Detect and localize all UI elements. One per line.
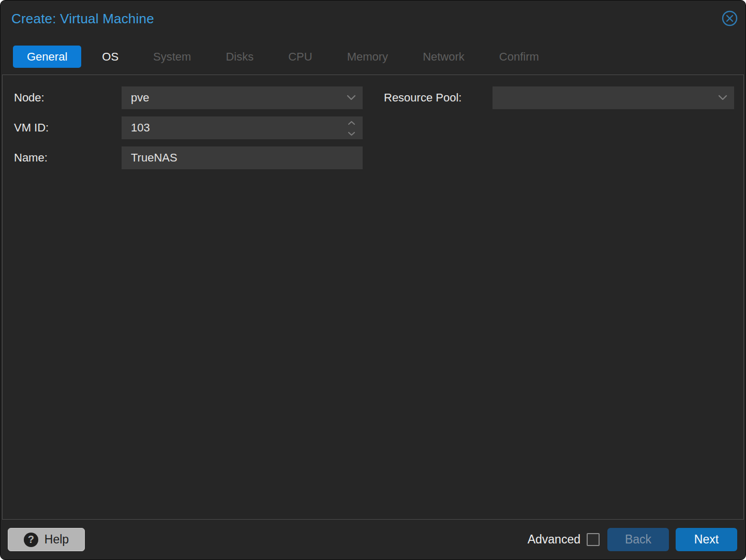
advanced-label: Advanced — [528, 533, 580, 547]
general-tab-panel: Node: Resource Pool: VM ID: — [2, 75, 744, 520]
name-label: Name: — [14, 146, 48, 169]
chevron-down-icon — [347, 93, 356, 102]
close-button[interactable] — [722, 11, 738, 27]
help-button-label: Help — [44, 533, 69, 547]
tab-memory: Memory — [333, 46, 402, 68]
wizard-tabbar: General OS System Disks CPU Memory Netwo… — [13, 46, 733, 68]
dialog-title: Create: Virtual Machine — [11, 11, 154, 27]
tab-os[interactable]: OS — [88, 46, 132, 68]
close-icon — [722, 10, 738, 28]
tab-general[interactable]: General — [13, 46, 81, 68]
tab-disks: Disks — [212, 46, 267, 68]
resource-pool-input[interactable] — [493, 86, 711, 109]
node-label: Node: — [14, 86, 44, 109]
chevron-down-icon — [718, 93, 727, 102]
vm-id-spin-buttons[interactable] — [340, 116, 363, 139]
next-button[interactable]: Next — [676, 528, 737, 551]
tab-network: Network — [409, 46, 479, 68]
back-button[interactable]: Back — [607, 528, 669, 551]
question-circle-icon: ? — [24, 533, 38, 547]
vm-id-spinner[interactable] — [122, 116, 363, 139]
node-combobox[interactable] — [122, 86, 363, 109]
vm-id-label: VM ID: — [14, 116, 49, 139]
chevron-down-icon — [348, 129, 355, 138]
dialog-titlebar: Create: Virtual Machine — [1, 1, 745, 38]
advanced-checkbox[interactable] — [587, 533, 600, 546]
name-field[interactable] — [122, 146, 363, 169]
node-input[interactable] — [122, 86, 340, 109]
tab-system: System — [139, 46, 205, 68]
node-dropdown-trigger[interactable] — [340, 86, 363, 109]
vm-id-input[interactable] — [122, 116, 340, 139]
help-button[interactable]: ? Help — [8, 528, 85, 551]
tab-confirm: Confirm — [485, 46, 553, 68]
name-input[interactable] — [122, 146, 363, 169]
resource-pool-combobox[interactable] — [493, 86, 734, 109]
dialog-footer: ? Help Advanced Back Next — [1, 520, 745, 559]
resource-pool-label: Resource Pool: — [384, 86, 461, 109]
create-vm-dialog: Create: Virtual Machine General OS Syste… — [0, 0, 746, 560]
tab-cpu: CPU — [274, 46, 326, 68]
resource-pool-dropdown-trigger[interactable] — [711, 86, 734, 109]
chevron-up-icon — [348, 118, 355, 127]
